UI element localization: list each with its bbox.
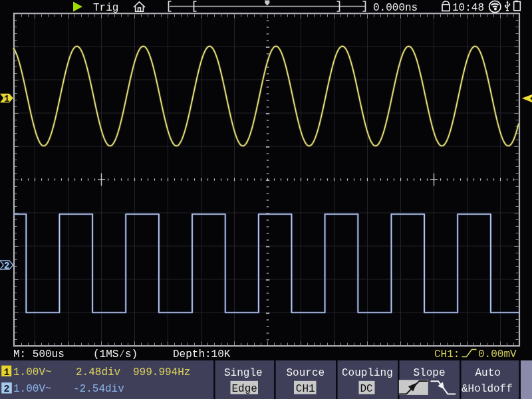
svg-text:Slope: Slope [414,367,446,379]
svg-text:CH1: CH1 [296,383,315,395]
svg-text:Coupling: Coupling [342,367,393,379]
svg-text:Auto: Auto [475,367,501,379]
svg-text:DC: DC [360,383,373,395]
svg-text:2.48div: 2.48div [76,366,121,378]
svg-text:-2.54div: -2.54div [73,383,124,395]
svg-text:Trig: Trig [93,2,118,14]
svg-text:Depth:10K: Depth:10K [173,348,231,360]
svg-text:2: 2 [4,261,9,271]
svg-text:1.00V~: 1.00V~ [13,383,52,395]
svg-text:M: 500us: M: 500us [13,348,65,360]
svg-text:1: 1 [4,367,10,378]
svg-text:1: 1 [4,94,9,104]
svg-text:2: 2 [4,384,10,395]
svg-text:1.00V~: 1.00V~ [13,366,52,378]
svg-text:Source: Source [287,367,325,379]
svg-text:0.00mV: 0.00mV [478,348,517,360]
svg-text:Edge: Edge [232,383,257,395]
svg-text:10:48: 10:48 [452,2,484,14]
svg-text:Single: Single [224,367,263,379]
svg-text:&Holdoff: &Holdoff [462,383,513,395]
svg-text:(1MS∕s): (1MS∕s) [93,348,138,360]
svg-text:999.994Hz: 999.994Hz [133,366,190,378]
svg-text:0.000ns: 0.000ns [373,2,418,14]
svg-text:CH1:: CH1: [434,348,460,360]
